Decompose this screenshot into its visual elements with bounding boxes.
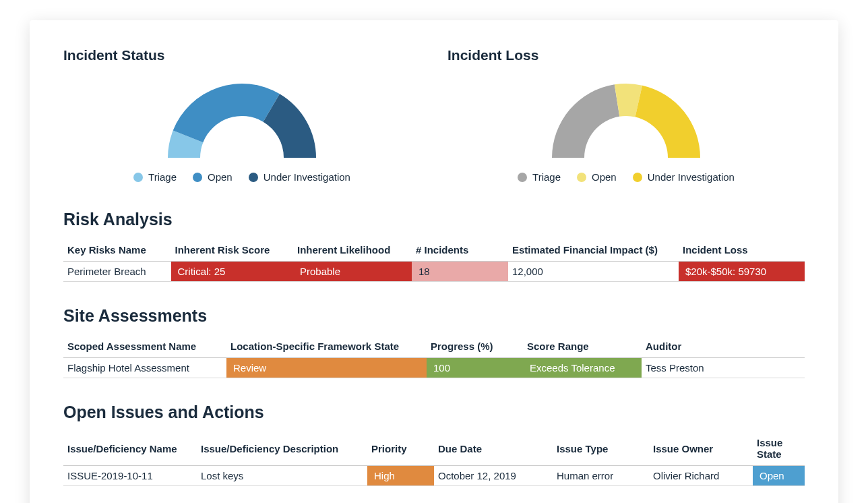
legend-label: Triage: [532, 171, 561, 183]
incident-loss-gauge: Triage Open Under Investigation: [447, 70, 805, 183]
gauge-segment: [173, 84, 280, 142]
legend-dot-icon: [633, 173, 642, 182]
risk-analysis-title: Risk Analysis: [63, 210, 805, 229]
issues-table: Issue/Deficiency Name Issue/Deficiency D…: [63, 432, 805, 486]
col-header: Issue/Deficiency Description: [197, 432, 367, 466]
legend-item: Triage: [518, 171, 561, 183]
cell-framework-state: Review: [226, 358, 427, 378]
cell-auditor: Tess Preston: [642, 358, 805, 378]
legend-dot-icon: [193, 173, 202, 182]
legend-label: Triage: [148, 171, 177, 183]
cell-issue-name: ISSUE-2019-10-11: [63, 466, 197, 486]
cell-issue-type: Human error: [553, 466, 649, 486]
site-assessments-section: Site Assessments Scoped Assessment Name …: [63, 306, 805, 378]
legend-item: Under Investigation: [633, 171, 735, 183]
table-header-row: Key Risks Name Inherent Risk Score Inher…: [63, 239, 805, 262]
incident-loss-legend: Triage Open Under Investigation: [518, 171, 735, 183]
incident-status-gauge: Triage Open Under Investigation: [63, 70, 421, 183]
table-header-row: Scoped Assessment Name Location-Specific…: [63, 335, 805, 358]
risk-table: Key Risks Name Inherent Risk Score Inher…: [63, 239, 805, 282]
col-header: Location-Specific Framework State: [226, 335, 427, 358]
incident-status-title: Incident Status: [63, 47, 421, 63]
col-header: Progress (%): [427, 335, 523, 358]
col-header: Issue Type: [553, 432, 649, 466]
cell-impact: 12,000: [508, 262, 679, 282]
table-row: ISSUE-2019-10-11 Lost keys High October …: [63, 466, 805, 486]
open-issues-title: Open Issues and Actions: [63, 403, 805, 422]
cell-issue-desc: Lost keys: [197, 466, 367, 486]
col-header: Score Range: [523, 335, 642, 358]
col-header: Key Risks Name: [63, 239, 171, 262]
cell-priority: High: [367, 466, 434, 486]
risk-analysis-section: Risk Analysis Key Risks Name Inherent Ri…: [63, 210, 805, 282]
legend-item: Under Investigation: [249, 171, 350, 183]
legend-dot-icon: [518, 173, 527, 182]
col-header: # Incidents: [412, 239, 508, 262]
incident-loss-panel: Incident Loss Triage Open Under Investig…: [447, 47, 805, 183]
charts-row: Incident Status Triage Open Under Invest…: [63, 47, 805, 183]
cell-incidents: 18: [412, 262, 508, 282]
cell-issue-owner: Olivier Richard: [649, 466, 753, 486]
cell-due-date: October 12, 2019: [434, 466, 553, 486]
legend-item: Open: [577, 171, 617, 183]
legend-item: Open: [193, 171, 232, 183]
col-header: Estimated Financial Impact ($): [508, 239, 679, 262]
cell-likelihood: Probable: [293, 262, 412, 282]
incident-status-legend: Triage Open Under Investigation: [133, 171, 350, 183]
gauge-loss-svg: [538, 70, 714, 165]
cell-loss: $20k-$50k: 59730: [679, 262, 805, 282]
gauge-segment: [636, 86, 700, 158]
legend-item: Triage: [133, 171, 177, 183]
col-header: Issue Owner: [649, 432, 753, 466]
col-header: Scoped Assessment Name: [63, 335, 226, 358]
legend-dot-icon: [577, 173, 586, 182]
dashboard-card: Incident Status Triage Open Under Invest…: [30, 20, 838, 503]
col-header: Priority: [367, 432, 434, 466]
legend-label: Under Investigation: [648, 171, 735, 183]
legend-label: Open: [592, 171, 617, 183]
gauge-segment: [552, 84, 619, 158]
cell-risk-name: Perimeter Breach: [63, 262, 171, 282]
col-header: Incident Loss: [679, 239, 805, 262]
legend-dot-icon: [249, 173, 258, 182]
legend-dot-icon: [133, 173, 143, 182]
cell-score-range: Exceeds Tolerance: [523, 358, 642, 378]
table-row: Flagship Hotel Assessment Review 100 Exc…: [63, 358, 805, 378]
cell-issue-state: Open: [753, 466, 805, 486]
assessments-table: Scoped Assessment Name Location-Specific…: [63, 335, 805, 378]
table-row: Perimeter Breach Critical: 25 Probable 1…: [63, 262, 805, 282]
open-issues-section: Open Issues and Actions Issue/Deficiency…: [63, 403, 805, 486]
col-header: Due Date: [434, 432, 553, 466]
col-header: Auditor: [642, 335, 805, 358]
col-header: Inherent Risk Score: [171, 239, 294, 262]
legend-label: Under Investigation: [264, 171, 350, 183]
col-header: Issue/Deficiency Name: [63, 432, 197, 466]
gauge-status-svg: [154, 70, 330, 165]
incident-status-panel: Incident Status Triage Open Under Invest…: [63, 47, 421, 183]
cell-risk-score: Critical: 25: [171, 262, 294, 282]
table-header-row: Issue/Deficiency Name Issue/Deficiency D…: [63, 432, 805, 466]
cell-progress: 100: [427, 358, 523, 378]
incident-loss-title: Incident Loss: [447, 47, 805, 63]
cell-assessment-name: Flagship Hotel Assessment: [63, 358, 226, 378]
col-header: Inherent Likelihood: [293, 239, 412, 262]
site-assessments-title: Site Assessments: [63, 306, 805, 326]
col-header: Issue State: [753, 432, 805, 466]
legend-label: Open: [208, 171, 232, 183]
